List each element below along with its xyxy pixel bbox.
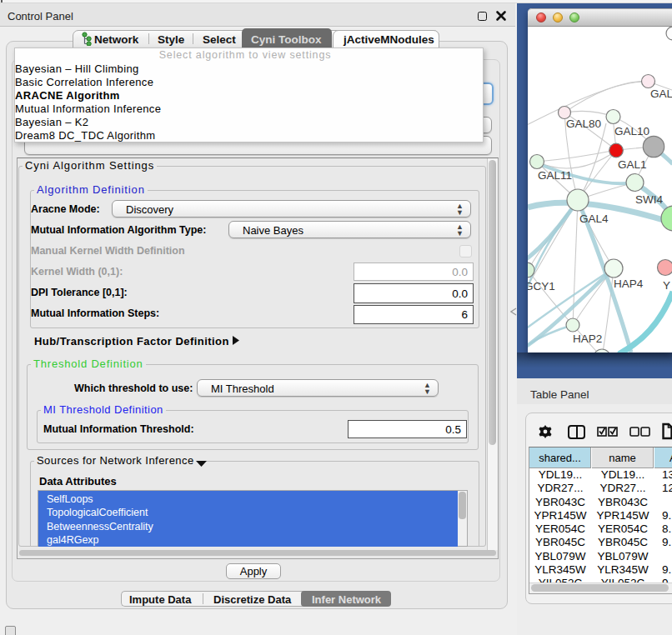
svg-text:GAL4: GAL4 bbox=[579, 212, 609, 225]
svg-text:GAL10: GAL10 bbox=[614, 125, 649, 138]
svg-text:HAP4: HAP4 bbox=[614, 278, 644, 290]
svg-text:GCY1: GCY1 bbox=[528, 280, 555, 292]
svg-text:GAL: GAL bbox=[650, 88, 672, 100]
svg-text:HAP2: HAP2 bbox=[573, 332, 602, 345]
svg-text:Y: Y bbox=[663, 279, 670, 292]
svg-text:GAL80: GAL80 bbox=[566, 118, 601, 130]
svg-text:GAL11: GAL11 bbox=[538, 169, 572, 182]
svg-text:SWI4: SWI4 bbox=[635, 193, 663, 206]
svg-text:GAL1: GAL1 bbox=[618, 158, 647, 171]
